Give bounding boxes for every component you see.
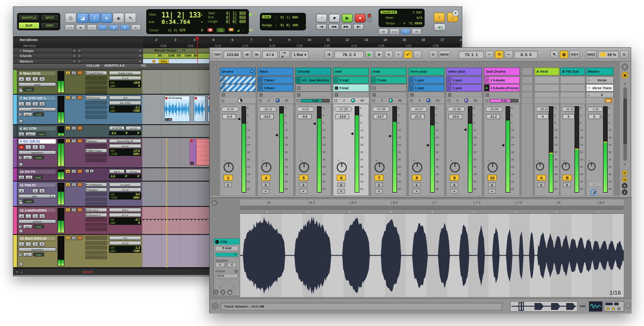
stop-button[interactable] (410, 93, 414, 97)
insert-slot-empty[interactable] (85, 144, 107, 148)
arm-button[interactable]: ● (262, 189, 270, 194)
peak-level-display[interactable]: -27.28 (334, 107, 352, 112)
track-mini-read[interactable]: read (34, 175, 43, 179)
fader-handle-icon[interactable]: ◀ (237, 117, 240, 121)
fader-handle-icon[interactable]: ◀ (388, 134, 391, 138)
io-lcd-row[interactable]: pan0 (110, 221, 140, 224)
io-lcd-row[interactable]: <100100> (110, 196, 140, 199)
stop-button[interactable] (222, 93, 225, 97)
stop-button[interactable] (448, 93, 451, 97)
peak-level-display[interactable]: -24.97 (410, 107, 427, 112)
clip-slot[interactable]: ▷1 yazz (446, 76, 482, 84)
clip-playing-icon[interactable]: ▶ (484, 85, 489, 92)
track-activator-button[interactable]: 4 (261, 175, 270, 181)
clip-slot[interactable]: ▷1 9-Audio (484, 76, 520, 84)
track-s-button[interactable]: S (32, 189, 38, 193)
minsec-label[interactable]: 1:0 (460, 44, 462, 47)
io-lcd-row[interactable]: pan0 (110, 84, 140, 87)
automation-mode-button[interactable]: read (23, 199, 34, 203)
collab-upload-icon[interactable]: ↑ (71, 183, 76, 187)
io-box[interactable]: A 5 (109, 96, 141, 100)
track-activator-button[interactable]: 8 (412, 175, 421, 181)
pan-knob[interactable] (224, 162, 234, 172)
automation-mode-button[interactable]: read (33, 224, 44, 229)
status-knob-icon[interactable] (276, 98, 280, 103)
track-stop-square[interactable] (448, 99, 450, 102)
clip-color-chooser[interactable]: ▼ (215, 252, 238, 257)
track-menu-icon[interactable]: ▼ (250, 69, 254, 74)
stop-button[interactable]: ■ (329, 14, 340, 23)
track-mini-M[interactable]: M (18, 175, 24, 179)
arm-button[interactable]: ● (450, 189, 458, 194)
status-knob-icon[interactable] (389, 98, 393, 103)
clip-launch-icon[interactable]: ▷ (447, 77, 452, 83)
scroll-up-icon[interactable]: ▲ (623, 82, 627, 85)
track-view-extra[interactable]: p (50, 194, 56, 198)
punch-in-button[interactable]: ∼ (485, 51, 494, 58)
automation-mode-button[interactable]: read (33, 155, 44, 160)
volume-field[interactable]: 0 (537, 114, 549, 119)
automation-mode-button[interactable]: read (23, 87, 34, 92)
quick-punch-button[interactable]: ✇ (412, 29, 421, 34)
track-header[interactable]: A Verb (535, 68, 559, 75)
insert-slot-empty[interactable] (85, 110, 107, 114)
io-box[interactable]: A 1-2 (109, 144, 141, 148)
bar-number[interactable]: 12 (345, 38, 349, 41)
pan-knob[interactable] (412, 162, 422, 172)
clip-launch-icon[interactable]: ▷ (258, 77, 263, 83)
peak-level-display[interactable]: -9.01 (297, 107, 314, 112)
show-m-toggle-icon[interactable]: M (622, 177, 627, 182)
io-box[interactable]: A 1-2 (126, 126, 141, 130)
track-dyn-button[interactable]: dyn (23, 224, 32, 229)
arm-button[interactable]: ● (375, 189, 383, 194)
output-window-icon[interactable]: o (19, 262, 23, 266)
pan-knob[interactable] (536, 162, 544, 171)
follow-button[interactable]: ⇉ (325, 51, 333, 58)
track-name[interactable]: 12LeadVoxENG (18, 208, 56, 213)
tempo-meter-display[interactable]: Count Off 1 bar Meter 4/4 Tempo ♩ ▾ 71.0… (379, 9, 425, 27)
arrangement-position-display[interactable]: 79. 2. 3 (334, 51, 364, 58)
collab-upload-icon[interactable]: ↑ (71, 208, 76, 212)
volume-field[interactable]: -2.4 (222, 114, 236, 119)
io-lcd-row[interactable]: vol-10.6 (110, 81, 140, 84)
track-s-button[interactable]: S (32, 77, 38, 81)
play-button[interactable]: ▶ (365, 51, 374, 58)
warp-marker-icon[interactable]: ▼ (473, 210, 475, 213)
track-activator-button[interactable]: B (563, 175, 572, 181)
zoom-preset-button[interactable]: ≡ (120, 24, 130, 30)
toolbar-expand-icon[interactable]: ▼ (452, 10, 459, 17)
track-name[interactable]: 7Ac GTR U87 1 (18, 96, 56, 101)
go-to-end-button[interactable]: ▶| (353, 24, 364, 30)
clip-slot[interactable]: ▷1 yazz (446, 84, 482, 92)
zoom-preset-button[interactable]: ▸ (131, 24, 141, 30)
volume-field[interactable]: 0 (563, 114, 575, 119)
record-mode-mini-button[interactable] (368, 14, 371, 17)
collab-download-icon[interactable]: ↓ (77, 236, 82, 240)
capture-scene-button[interactable]: NEW (439, 51, 450, 58)
clip-name-field[interactable]: 5 lead (215, 246, 238, 251)
ruler-tempo-label[interactable]: ▸ Tempo ↑↓+ (13, 48, 143, 53)
minsec-label[interactable]: 0:10 (188, 44, 194, 47)
punch-out-button[interactable]: ∽ (505, 51, 513, 58)
track-mini-vol[interactable]: vol (25, 175, 33, 179)
collab-upload-icon[interactable]: ↑ (71, 139, 76, 143)
clip-launch-icon[interactable]: ▷ (484, 77, 489, 83)
track-name[interactable]: 11Pad.01 (18, 183, 56, 188)
fader-handle-icon[interactable]: ◀ (351, 132, 353, 136)
track-stop-square[interactable] (259, 99, 262, 102)
tempo-conductor-button[interactable]: ➘ (401, 29, 410, 34)
collab-download-icon[interactable]: ↓ (77, 96, 82, 100)
clip-slot[interactable]: ▷2 Bass (258, 84, 293, 92)
scroll-up-button[interactable]: ↑ (434, 12, 445, 22)
scrub-tool-icon[interactable]: ◈ (113, 13, 124, 23)
volume-field[interactable]: -21.2 (411, 114, 425, 119)
elastic-audio-icon[interactable]: ✳ (18, 156, 22, 160)
insert-slot[interactable]: Phoenix II (85, 213, 107, 217)
collab-user-icon[interactable]: ● (65, 236, 70, 240)
clip-stop-square[interactable] (297, 86, 300, 90)
device-thumbnail-controls[interactable] (604, 301, 624, 312)
loop-mode-mini-button[interactable] (368, 18, 371, 22)
io-box[interactable]: A 1-2 (126, 169, 141, 173)
track-s-button[interactable]: S (32, 214, 38, 218)
arm-button[interactable]: ● (413, 189, 420, 194)
